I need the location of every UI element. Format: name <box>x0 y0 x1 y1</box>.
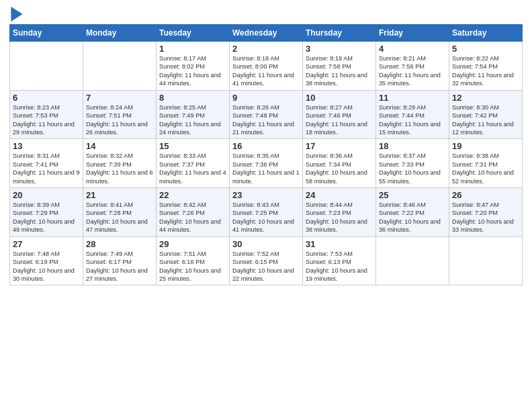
day-cell: 18Sunrise: 8:37 AMSunset: 7:33 PMDayligh… <box>376 139 449 188</box>
day-number: 15 <box>159 141 226 151</box>
col-header-tuesday: Tuesday <box>157 25 230 42</box>
day-number: 4 <box>379 44 446 54</box>
day-info: Sunrise: 8:44 AMSunset: 7:23 PMDaylight:… <box>306 201 373 234</box>
day-number: 16 <box>232 141 300 151</box>
day-number: 12 <box>452 93 519 103</box>
day-number: 17 <box>306 141 373 151</box>
day-cell: 5Sunrise: 8:22 AMSunset: 7:54 PMDaylight… <box>449 42 523 91</box>
day-info: Sunrise: 8:26 AMSunset: 7:48 PMDaylight:… <box>232 103 300 137</box>
day-number: 2 <box>232 44 300 54</box>
day-cell: 12Sunrise: 8:30 AMSunset: 7:42 PMDayligh… <box>449 90 523 139</box>
day-number: 8 <box>159 93 226 103</box>
col-header-wednesday: Wednesday <box>230 25 303 42</box>
day-cell: 26Sunrise: 8:47 AMSunset: 7:20 PMDayligh… <box>449 188 523 237</box>
day-info: Sunrise: 8:31 AMSunset: 7:41 PMDaylight:… <box>13 152 80 185</box>
day-cell: 23Sunrise: 8:43 AMSunset: 7:25 PMDayligh… <box>230 188 303 237</box>
day-number: 30 <box>232 239 300 249</box>
day-cell: 29Sunrise: 7:51 AMSunset: 6:16 PMDayligh… <box>157 236 230 285</box>
col-header-thursday: Thursday <box>303 25 376 42</box>
day-number: 1 <box>159 44 226 54</box>
day-info: Sunrise: 7:52 AMSunset: 6:15 PMDaylight:… <box>232 250 300 283</box>
day-cell <box>83 42 157 91</box>
day-cell: 10Sunrise: 8:27 AMSunset: 7:46 PMDayligh… <box>303 90 376 139</box>
day-cell: 14Sunrise: 8:32 AMSunset: 7:39 PMDayligh… <box>83 139 157 188</box>
day-info: Sunrise: 8:17 AMSunset: 8:02 PMDaylight:… <box>159 54 226 88</box>
day-cell: 17Sunrise: 8:36 AMSunset: 7:34 PMDayligh… <box>303 139 376 188</box>
day-number: 3 <box>306 44 373 54</box>
day-info: Sunrise: 8:27 AMSunset: 7:46 PMDaylight:… <box>306 103 373 137</box>
day-cell: 11Sunrise: 8:29 AMSunset: 7:44 PMDayligh… <box>376 90 449 139</box>
day-info: Sunrise: 8:18 AMSunset: 8:00 PMDaylight:… <box>232 54 300 88</box>
day-number: 31 <box>306 239 373 249</box>
day-cell: 22Sunrise: 8:42 AMSunset: 7:26 PMDayligh… <box>157 188 230 237</box>
day-info: Sunrise: 8:36 AMSunset: 7:34 PMDaylight:… <box>306 152 373 185</box>
week-row-5: 27Sunrise: 7:48 AMSunset: 6:19 PMDayligh… <box>10 236 523 285</box>
logo <box>9 7 24 21</box>
day-info: Sunrise: 8:32 AMSunset: 7:39 PMDaylight:… <box>86 152 153 185</box>
day-number: 26 <box>452 190 519 200</box>
day-number: 14 <box>86 141 153 151</box>
day-number: 22 <box>159 190 226 200</box>
day-info: Sunrise: 8:43 AMSunset: 7:25 PMDaylight:… <box>232 201 300 234</box>
week-row-4: 20Sunrise: 8:39 AMSunset: 7:29 PMDayligh… <box>10 188 523 237</box>
day-number: 20 <box>13 190 80 200</box>
day-cell: 27Sunrise: 7:48 AMSunset: 6:19 PMDayligh… <box>10 236 83 285</box>
day-cell: 13Sunrise: 8:31 AMSunset: 7:41 PMDayligh… <box>10 139 83 188</box>
day-cell: 21Sunrise: 8:41 AMSunset: 7:28 PMDayligh… <box>83 188 157 237</box>
day-cell: 6Sunrise: 8:23 AMSunset: 7:53 PMDaylight… <box>10 90 83 139</box>
svg-marker-0 <box>11 7 22 21</box>
day-cell: 30Sunrise: 7:52 AMSunset: 6:15 PMDayligh… <box>230 236 303 285</box>
col-header-sunday: Sunday <box>10 25 83 42</box>
day-info: Sunrise: 7:51 AMSunset: 6:16 PMDaylight:… <box>159 250 226 283</box>
day-cell: 31Sunrise: 7:53 AMSunset: 6:13 PMDayligh… <box>303 236 376 285</box>
week-row-3: 13Sunrise: 8:31 AMSunset: 7:41 PMDayligh… <box>10 139 523 188</box>
day-info: Sunrise: 8:23 AMSunset: 7:53 PMDaylight:… <box>13 103 80 137</box>
day-info: Sunrise: 8:42 AMSunset: 7:26 PMDaylight:… <box>159 201 226 234</box>
logo-icon <box>11 7 23 21</box>
day-cell: 4Sunrise: 8:21 AMSunset: 7:56 PMDaylight… <box>376 42 449 91</box>
day-cell: 8Sunrise: 8:25 AMSunset: 7:49 PMDaylight… <box>157 90 230 139</box>
day-info: Sunrise: 8:19 AMSunset: 7:58 PMDaylight:… <box>306 54 373 88</box>
day-cell: 2Sunrise: 8:18 AMSunset: 8:00 PMDaylight… <box>230 42 303 91</box>
day-info: Sunrise: 8:24 AMSunset: 7:51 PMDaylight:… <box>86 103 153 137</box>
day-number: 29 <box>159 239 226 249</box>
day-cell: 15Sunrise: 8:33 AMSunset: 7:37 PMDayligh… <box>157 139 230 188</box>
week-row-2: 6Sunrise: 8:23 AMSunset: 7:53 PMDaylight… <box>10 90 523 139</box>
day-info: Sunrise: 8:38 AMSunset: 7:31 PMDaylight:… <box>452 152 519 185</box>
day-cell: 1Sunrise: 8:17 AMSunset: 8:02 PMDaylight… <box>157 42 230 91</box>
day-number: 10 <box>306 93 373 103</box>
col-header-monday: Monday <box>83 25 157 42</box>
day-cell <box>449 236 523 285</box>
day-cell: 3Sunrise: 8:19 AMSunset: 7:58 PMDaylight… <box>303 42 376 91</box>
day-cell: 28Sunrise: 7:49 AMSunset: 6:17 PMDayligh… <box>83 236 157 285</box>
week-row-1: 1Sunrise: 8:17 AMSunset: 8:02 PMDaylight… <box>10 42 523 91</box>
day-number: 7 <box>86 93 153 103</box>
day-number: 5 <box>452 44 519 54</box>
day-cell: 7Sunrise: 8:24 AMSunset: 7:51 PMDaylight… <box>83 90 157 139</box>
day-info: Sunrise: 8:30 AMSunset: 7:42 PMDaylight:… <box>452 103 519 137</box>
day-info: Sunrise: 7:53 AMSunset: 6:13 PMDaylight:… <box>306 250 373 283</box>
day-info: Sunrise: 8:33 AMSunset: 7:37 PMDaylight:… <box>159 152 226 185</box>
calendar-table: SundayMondayTuesdayWednesdayThursdayFrid… <box>9 24 523 285</box>
day-cell: 20Sunrise: 8:39 AMSunset: 7:29 PMDayligh… <box>10 188 83 237</box>
day-info: Sunrise: 8:47 AMSunset: 7:20 PMDaylight:… <box>452 201 519 234</box>
day-number: 25 <box>379 190 446 200</box>
day-cell: 25Sunrise: 8:46 AMSunset: 7:22 PMDayligh… <box>376 188 449 237</box>
calendar-body: 1Sunrise: 8:17 AMSunset: 8:02 PMDaylight… <box>10 42 523 285</box>
day-info: Sunrise: 8:37 AMSunset: 7:33 PMDaylight:… <box>379 152 446 185</box>
day-info: Sunrise: 8:25 AMSunset: 7:49 PMDaylight:… <box>159 103 226 137</box>
day-cell: 19Sunrise: 8:38 AMSunset: 7:31 PMDayligh… <box>449 139 523 188</box>
day-info: Sunrise: 7:49 AMSunset: 6:17 PMDaylight:… <box>86 250 153 283</box>
day-number: 27 <box>13 239 80 249</box>
day-number: 18 <box>379 141 446 151</box>
day-number: 28 <box>86 239 153 249</box>
calendar-header: SundayMondayTuesdayWednesdayThursdayFrid… <box>10 25 523 42</box>
day-info: Sunrise: 8:41 AMSunset: 7:28 PMDaylight:… <box>86 201 153 234</box>
day-info: Sunrise: 7:48 AMSunset: 6:19 PMDaylight:… <box>13 250 80 283</box>
day-cell: 24Sunrise: 8:44 AMSunset: 7:23 PMDayligh… <box>303 188 376 237</box>
day-info: Sunrise: 8:21 AMSunset: 7:56 PMDaylight:… <box>379 54 446 88</box>
day-number: 23 <box>232 190 300 200</box>
day-number: 9 <box>232 93 300 103</box>
header <box>9 7 523 21</box>
page: SundayMondayTuesdayWednesdayThursdayFrid… <box>0 0 532 411</box>
